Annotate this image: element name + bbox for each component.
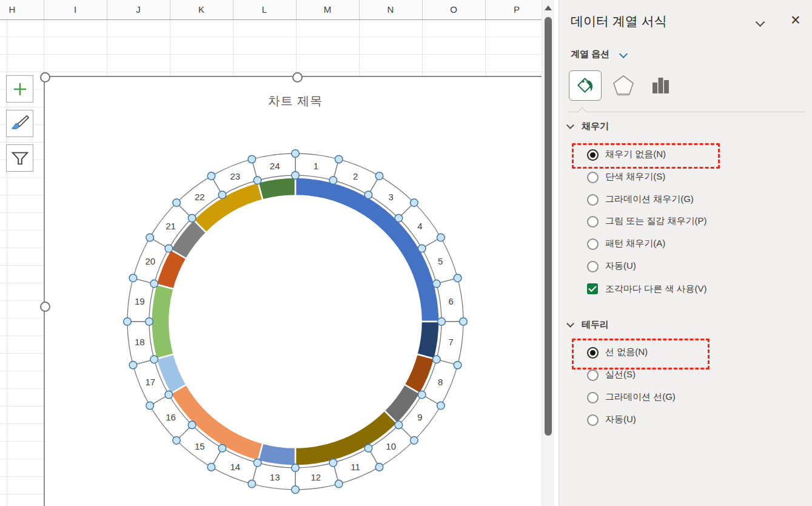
series-selection-handle[interactable]	[188, 214, 196, 222]
chevron-down-icon[interactable]	[619, 50, 628, 58]
fill-option-picture-texture-fill[interactable]: 그림 또는 질감 채우기(P)	[559, 211, 812, 232]
series-selection-handle[interactable]	[432, 356, 440, 363]
fill-radio-pattern-fill[interactable]	[587, 238, 599, 250]
checkbox-vary-colors-by-slice-checked[interactable]	[587, 283, 598, 294]
series-selection-handle[interactable]	[253, 459, 261, 467]
series-selection-handle[interactable]	[253, 177, 261, 184]
column-header-O[interactable]: O	[422, 0, 485, 19]
tab-fill-line[interactable]	[569, 70, 602, 101]
series-selection-handle[interactable]	[207, 464, 215, 471]
series-selection-handle[interactable]	[218, 191, 226, 199]
series-selection-handle[interactable]	[150, 356, 158, 363]
series-selection-handle[interactable]	[418, 245, 426, 252]
series-selection-handle[interactable]	[129, 361, 137, 369]
series-selection-handle[interactable]	[411, 437, 418, 445]
series-selection-handle[interactable]	[188, 421, 196, 429]
fill-option-automatic-fill[interactable]: 자동(U)	[559, 255, 812, 277]
border-radio-gradient-line[interactable]	[587, 392, 599, 403]
series-selection-handle[interactable]	[292, 464, 300, 472]
border-option-gradient-line[interactable]: 그라데이션 선(G)	[559, 386, 812, 408]
border-section-header[interactable]: 테두리	[568, 319, 609, 331]
tab-series-options[interactable]	[645, 70, 677, 100]
series-selection-handle[interactable]	[335, 155, 343, 163]
series-selection-handle[interactable]	[364, 444, 372, 452]
scrollbar-thumb[interactable]	[545, 17, 552, 436]
series-selection-handle[interactable]	[165, 245, 173, 252]
series-selection-handle[interactable]	[395, 421, 403, 429]
column-header-P[interactable]: P	[485, 0, 548, 19]
chart-resize-handle-top-middle[interactable]	[292, 72, 303, 83]
pane-close-button[interactable]: ×	[791, 11, 800, 29]
series-selection-handle[interactable]	[124, 318, 132, 326]
series-selection-handle[interactable]	[438, 318, 446, 326]
chart-filters-button[interactable]	[6, 144, 33, 172]
column-header-M[interactable]: M	[296, 0, 359, 19]
series-selection-handle[interactable]	[165, 391, 173, 399]
border-radio-automatic-line[interactable]	[587, 414, 599, 426]
series-selection-handle[interactable]	[375, 464, 383, 471]
border-radio-solid-line[interactable]	[587, 369, 599, 381]
series-selection-handle[interactable]	[173, 199, 181, 207]
fill-radio-solid-fill[interactable]	[587, 172, 599, 183]
series-selection-handle[interactable]	[248, 480, 256, 488]
inner-ring-slice-18-19[interactable]	[151, 285, 173, 359]
series-selection-handle[interactable]	[454, 361, 461, 369]
fill-option-pattern-fill[interactable]: 패턴 채우기(A)	[559, 233, 812, 255]
border-option-automatic-line[interactable]: 자동(U)	[559, 409, 812, 431]
series-options-label[interactable]: 계열 옵션	[571, 49, 609, 60]
series-selection-handle[interactable]	[437, 402, 445, 410]
scrollbar-up-arrow[interactable]	[545, 5, 552, 10]
column-header-I[interactable]: I	[44, 0, 107, 19]
series-selection-handle[interactable]	[395, 214, 403, 222]
series-selection-handle[interactable]	[150, 280, 158, 288]
column-header-J[interactable]: J	[107, 0, 170, 19]
fill-radio-automatic-fill[interactable]	[587, 261, 599, 272]
inner-ring-slice-7[interactable]	[417, 322, 439, 359]
fill-radio-gradient-fill[interactable]	[587, 194, 599, 206]
series-selection-handle[interactable]	[454, 274, 461, 282]
fill-option-gradient-fill[interactable]: 그라데이션 채우기(G)	[559, 189, 812, 211]
series-selection-handle[interactable]	[418, 391, 426, 399]
inner-ring-slice-13[interactable]	[258, 443, 295, 465]
chart-title[interactable]: 차트 제목	[204, 93, 386, 109]
doughnut-chart[interactable]: 123456789101112131415161718192021222324	[113, 140, 477, 504]
column-header-N[interactable]: N	[359, 0, 422, 19]
inner-ring-slice-1-6[interactable]	[295, 178, 440, 322]
chevron-down-icon	[756, 18, 765, 27]
chart-resize-handle-left-middle[interactable]	[40, 302, 50, 312]
series-selection-handle[interactable]	[173, 437, 181, 445]
series-selection-handle[interactable]	[129, 274, 137, 282]
series-selection-handle[interactable]	[329, 459, 337, 467]
pane-collapse-button[interactable]	[753, 16, 769, 32]
series-selection-handle[interactable]	[335, 480, 343, 488]
fill-section-header[interactable]: 채우기	[568, 121, 609, 132]
series-selection-handle[interactable]	[146, 402, 154, 410]
series-selection-handle[interactable]	[364, 191, 372, 199]
tab-effects[interactable]	[608, 70, 639, 100]
column-header-L[interactable]: L	[233, 0, 296, 19]
column-header-H[interactable]: H	[0, 0, 44, 19]
inner-ring-slice-24[interactable]	[258, 178, 295, 200]
chart-elements-button[interactable]	[6, 75, 33, 103]
fill-radio-picture-texture-fill[interactable]	[587, 216, 599, 228]
series-selection-handle[interactable]	[292, 150, 300, 158]
series-selection-handle[interactable]	[292, 486, 300, 494]
series-selection-handle[interactable]	[146, 318, 153, 326]
series-selection-handle[interactable]	[375, 172, 383, 180]
series-selection-handle[interactable]	[411, 199, 418, 207]
option-vary-colors-by-slice[interactable]: 조각마다 다른 색 사용(V)	[559, 278, 812, 300]
fill-option-solid-fill[interactable]: 단색 채우기(S)	[559, 166, 812, 188]
series-selection-handle[interactable]	[248, 155, 256, 163]
series-selection-handle[interactable]	[329, 177, 337, 184]
series-selection-handle[interactable]	[432, 280, 440, 288]
series-selection-handle[interactable]	[292, 172, 300, 180]
series-selection-handle[interactable]	[460, 318, 468, 326]
series-selection-handle[interactable]	[437, 234, 445, 241]
vertical-scrollbar[interactable]	[542, 0, 554, 506]
chart-styles-button[interactable]	[6, 110, 33, 137]
column-header-K[interactable]: K	[170, 0, 233, 19]
series-selection-handle[interactable]	[146, 234, 154, 241]
series-selection-handle[interactable]	[218, 444, 226, 452]
series-selection-handle[interactable]	[207, 172, 215, 180]
chart-resize-handle-top-left[interactable]	[40, 72, 50, 83]
